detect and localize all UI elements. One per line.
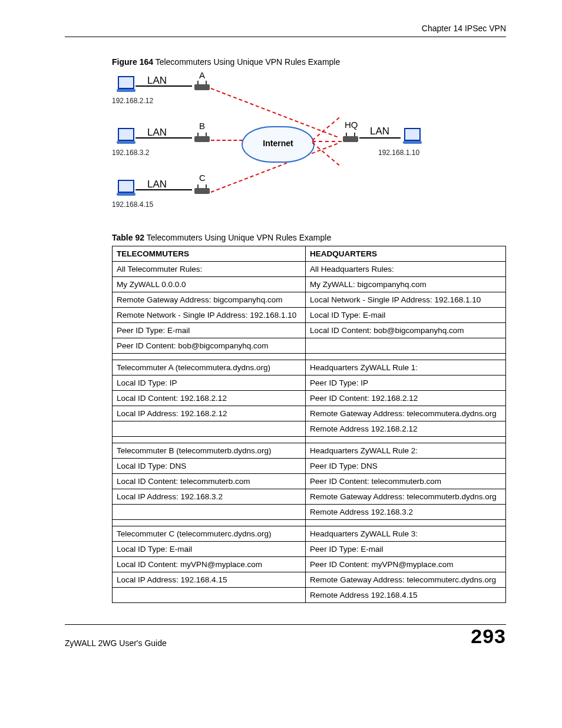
router-a-icon	[194, 84, 210, 90]
table-cell-right: My ZyWALL: bigcompanyhq.com	[306, 277, 506, 292]
table-cell-left	[113, 505, 306, 520]
table-cell-left	[113, 588, 306, 603]
header-rule	[65, 37, 506, 37]
figure-caption-bold: Figure 164	[112, 57, 153, 67]
table-header-right: HEADQUARTERS	[306, 246, 506, 262]
table-row: My ZyWALL 0.0.0.0My ZyWALL: bigcompanyhq…	[113, 277, 506, 292]
table-row: Local IP Address: 192.168.2.12Remote Gat…	[113, 406, 506, 421]
letter-a: A	[199, 70, 205, 80]
table-row: Local IP Address: 192.168.3.2Remote Gate…	[113, 489, 506, 505]
vpn-rules-table: TELECOMMUTERS HEADQUARTERS All Telecommu…	[112, 246, 506, 603]
table-cell-left: Local ID Content: telecommuterb.com	[113, 474, 306, 489]
router-hq-icon	[343, 136, 358, 142]
table-cell-right: Peer ID Content: 192.168.2.12	[306, 391, 506, 406]
table-cell-left: Local ID Type: IP	[113, 375, 306, 391]
node-a-pc	[118, 76, 134, 90]
wire-hq-lan	[359, 137, 401, 139]
chapter-header: Chapter 14 IPSec VPN	[65, 24, 506, 33]
table-cell-right: Remote Gateway Address: telecommutera.dy…	[306, 406, 506, 421]
table-row: Peer ID Type: E-mailLocal ID Content: bo…	[113, 323, 506, 338]
table-row: Telecommuter A (telecommutera.dydns.org)…	[113, 360, 506, 375]
letter-c: C	[199, 173, 206, 183]
footer-guide-title: ZyWALL 2WG User's Guide	[65, 628, 167, 648]
table-cell-right: Peer ID Type: IP	[306, 375, 506, 391]
figure-caption: Figure 164 Telecommuters Using Unique VP…	[112, 57, 506, 67]
table-cell-right: Peer ID Content: myVPN@myplace.com	[306, 557, 506, 572]
vpn-line-b-out	[211, 140, 243, 141]
table-row: Local ID Type: IPPeer ID Type: IP	[113, 375, 506, 391]
table-row	[113, 437, 506, 443]
pc-icon	[404, 128, 421, 141]
router-c-icon	[194, 188, 210, 194]
table-cell-right: Remote Address 192.168.2.12	[306, 421, 506, 437]
pc-icon	[118, 180, 134, 193]
wire-a-lan	[135, 85, 192, 87]
pc-icon	[118, 128, 134, 141]
table-caption: Table 92 Telecommuters Using Unique VPN …	[112, 233, 506, 242]
table-row: Peer ID Content: bob@bigcompanyhq.com	[113, 338, 506, 354]
router-b-icon	[194, 136, 210, 142]
internet-cloud: Internet	[242, 126, 315, 163]
table-cell-left: Local ID Content: myVPN@myplace.com	[113, 557, 306, 572]
table-row: Local ID Type: E-mailPeer ID Type: E-mai…	[113, 542, 506, 557]
table-cell-right: Local ID Type: E-mail	[306, 308, 506, 323]
table-cell-right: Headquarters ZyWALL Rule 1:	[306, 360, 506, 375]
table-cell-right: Remote Address 192.168.4.15	[306, 588, 506, 603]
table-cell-left: My ZyWALL 0.0.0.0	[113, 277, 306, 292]
table-row: Telecommuter B (telecommuterb.dydns.org)…	[113, 443, 506, 459]
table-row: Remote Address 192.168.2.12	[113, 421, 506, 437]
table-row: Local IP Address: 192.168.4.15Remote Gat…	[113, 572, 506, 588]
table-cell-right: Remote Gateway Address: telecommuterb.dy…	[306, 489, 506, 505]
letter-hq: HQ	[345, 120, 358, 130]
table-row	[113, 520, 506, 526]
ip-hq: 192.168.1.10	[378, 149, 419, 157]
table-row	[113, 354, 506, 360]
table-row: All Telecommuter Rules:All Headquarters …	[113, 262, 506, 277]
table-cell-spacer	[306, 354, 506, 360]
table-cell-left: All Telecommuter Rules:	[113, 262, 306, 277]
network-diagram: LAN 192.168.2.12 A LAN 192.168.3.2 B LAN…	[112, 70, 424, 223]
node-b-pc	[118, 128, 134, 142]
ip-a: 192.168.2.12	[112, 97, 153, 105]
table-cell-spacer	[306, 437, 506, 443]
table-cell-left: Remote Gateway Address: bigcompanyhq.com	[113, 292, 306, 308]
table-row: Remote Gateway Address: bigcompanyhq.com…	[113, 292, 506, 308]
page-number: 293	[471, 625, 506, 648]
table-caption-bold: Table 92	[112, 233, 144, 242]
table-cell-right	[306, 338, 506, 354]
table-row: Remote Network - Single IP Address: 192.…	[113, 308, 506, 323]
table-cell-right: Remote Gateway Address: telecommuterc.dy…	[306, 572, 506, 588]
table-cell-left: Local ID Type: DNS	[113, 459, 306, 474]
table-cell-spacer	[113, 520, 306, 526]
table-cell-right: All Headquarters Rules:	[306, 262, 506, 277]
table-row: Remote Address 192.168.3.2	[113, 505, 506, 520]
table-header-row: TELECOMMUTERS HEADQUARTERS	[113, 246, 506, 262]
pc-icon	[118, 76, 134, 89]
table-header-left: TELECOMMUTERS	[113, 246, 306, 262]
table-cell-left: Local ID Content: 192.168.2.12	[113, 391, 306, 406]
table-cell-left: Local IP Address: 192.168.2.12	[113, 406, 306, 421]
table-cell-spacer	[306, 520, 506, 526]
table-cell-left: Peer ID Content: bob@bigcompanyhq.com	[113, 338, 306, 354]
wire-b-lan	[135, 137, 192, 139]
table-cell-right: Peer ID Content: telecommuterb.com	[306, 474, 506, 489]
table-cell-left: Telecommuter C (telecommuterc.dydns.org)	[113, 526, 306, 542]
table-cell-spacer	[113, 437, 306, 443]
lan-label-b: LAN	[147, 127, 167, 139]
ip-b: 192.168.3.2	[112, 149, 149, 157]
lan-label-hq: LAN	[370, 126, 389, 137]
table-cell-left	[113, 421, 306, 437]
table-cell-right: Peer ID Type: DNS	[306, 459, 506, 474]
table-cell-left: Telecommuter B (telecommuterb.dydns.org)	[113, 443, 306, 459]
table-cell-right: Local ID Content: bob@bigcompanyhq.com	[306, 323, 506, 338]
lan-label-c: LAN	[147, 179, 167, 190]
node-hq-pc	[404, 128, 421, 142]
table-cell-left: Local IP Address: 192.168.3.2	[113, 489, 306, 505]
vpn-line-c-hq	[312, 142, 339, 166]
table-row: Local ID Content: myVPN@myplace.comPeer …	[113, 557, 506, 572]
wire-c-lan	[135, 189, 192, 190]
table-row: Local ID Type: DNSPeer ID Type: DNS	[113, 459, 506, 474]
table-row: Local ID Content: telecommuterb.comPeer …	[113, 474, 506, 489]
table-row: Telecommuter C (telecommuterc.dydns.org)…	[113, 526, 506, 542]
table-cell-left: Telecommuter A (telecommutera.dydns.org)	[113, 360, 306, 375]
